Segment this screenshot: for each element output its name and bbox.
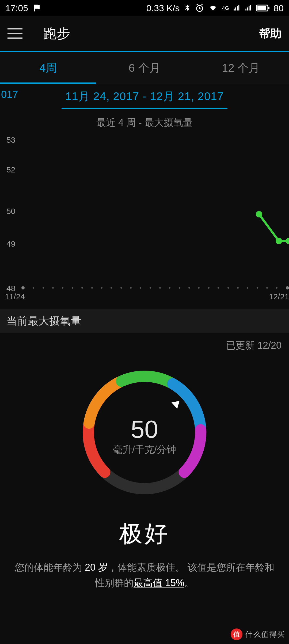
flag-icon (33, 4, 41, 12)
x-axis-dots (21, 287, 289, 288)
status-speed: 0.33 K/s (146, 3, 180, 13)
desc-highlight: 最高值 15% (134, 577, 184, 588)
x-label-end: 12/21 (269, 292, 289, 301)
watermark: 值 什么值得买 (231, 628, 285, 640)
y-tick: 52 (6, 165, 15, 174)
wifi-icon (208, 4, 218, 12)
status-time: 17:05 (5, 3, 28, 13)
updated-label: 已更新 12/20 (0, 333, 289, 352)
gauge-unit: 毫升/千克/分钟 (113, 443, 176, 456)
desc-part: 您的体能年龄为 (15, 562, 85, 573)
y-tick: 48 (6, 284, 15, 293)
x-label-start: 11/24 (5, 292, 25, 301)
gauge-value: 50 (131, 417, 158, 442)
help-button[interactable]: 帮助 (259, 26, 282, 41)
bluetooth-icon (183, 3, 191, 13)
status-bar: 17:05 0.33 K/s 4G 80 (0, 0, 289, 16)
svg-rect-1 (268, 7, 269, 9)
app-bar: 跑步 帮助 (0, 16, 289, 51)
battery-icon (256, 4, 270, 12)
tab-12months[interactable]: 12 个月 (193, 52, 289, 84)
y-tick: 53 (6, 135, 15, 145)
desc-age: 20 岁 (85, 562, 108, 573)
y-tick: 49 (6, 239, 15, 248)
page-title: 跑步 (43, 25, 259, 43)
menu-icon[interactable] (7, 25, 24, 42)
watermark-text: 什么值得买 (245, 629, 285, 639)
desc-part: 。 (184, 577, 194, 588)
vo2max-chart[interactable]: 53 52 50 49 48 11/24 12/21 (0, 140, 289, 303)
date-range[interactable]: 11月 24, 2017 - 12月 21, 2017 (62, 89, 227, 109)
svg-point-4 (276, 238, 282, 244)
signal-bars-icon (233, 4, 241, 12)
tab-4weeks[interactable]: 4周 (0, 52, 96, 84)
signal-bars2-icon (245, 4, 253, 12)
fitness-description: 您的体能年龄为 20 岁，体能素质极佳。 该值是您所在年龄和性别群的最高值 15… (0, 560, 289, 590)
svg-rect-2 (257, 6, 266, 10)
y-tick: 50 (6, 207, 15, 216)
date-range-underline (62, 108, 227, 109)
alarm-icon (195, 3, 204, 13)
prev-range-hint[interactable]: 017 (0, 89, 21, 100)
tab-bar: 4周 6 个月 12 个月 (0, 52, 289, 84)
tab-6months[interactable]: 6 个月 (96, 52, 193, 84)
watermark-badge-icon: 值 (231, 628, 242, 640)
rating-label: 极好 (0, 518, 289, 549)
vo2max-gauge: 50 毫升/千克/分钟 (70, 357, 219, 507)
chart-subtitle: 最近 4 周 - 最大摄氧量 (0, 116, 289, 129)
svg-point-3 (256, 211, 262, 217)
section-current-vo2max: 当前最大摄氧量 (0, 309, 289, 333)
chart-plot (21, 140, 289, 288)
date-range-row: 017 11月 24, 2017 - 12月 21, 2017 (0, 84, 289, 109)
svg-point-5 (286, 238, 289, 244)
status-battery: 80 (273, 3, 284, 13)
signal-4g-icon: 4G (222, 5, 229, 11)
date-range-text: 11月 24, 2017 - 12月 21, 2017 (62, 89, 227, 104)
